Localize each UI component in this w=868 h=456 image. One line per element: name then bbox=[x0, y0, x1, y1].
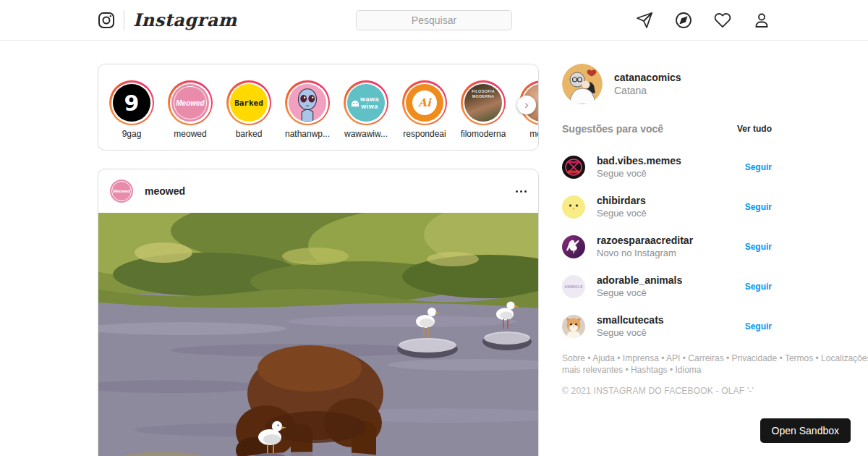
story-item-meme[interactable]: meme bbox=[516, 80, 539, 150]
story-avatar-wawawiwa: wawa wiwa bbox=[347, 84, 385, 122]
stories-next-button[interactable]: › bbox=[517, 96, 536, 114]
messages-paper-plane-icon[interactable] bbox=[636, 12, 653, 29]
profile-avatar-catanacomics[interactable] bbox=[562, 64, 603, 104]
follow-button[interactable]: Seguir bbox=[745, 162, 772, 172]
post-header: Meowed meowed bbox=[98, 169, 538, 213]
suggestion-row-razoes: razoesparaacreditar Novo no Instagram Se… bbox=[562, 227, 772, 266]
footer-link-localizacoes[interactable]: Localizações bbox=[821, 353, 868, 363]
suggestion-username[interactable]: razoesparaacreditar bbox=[597, 235, 693, 246]
post-more-options-icon[interactable] bbox=[510, 185, 527, 198]
stories-tray: 9 9gag Meowed meowed Barked barked bbox=[98, 64, 539, 151]
instagram-wordmark[interactable]: Instagram bbox=[133, 9, 237, 30]
story-ring: Ai bbox=[402, 80, 447, 125]
story-item-nathanwp[interactable]: nathanwp... bbox=[282, 80, 333, 150]
footer-link-ajuda[interactable]: Ajuda bbox=[592, 353, 623, 363]
story-item-meowed[interactable]: Meowed meowed bbox=[165, 80, 216, 150]
footer-link-carreiras[interactable]: Carreiras bbox=[688, 353, 731, 363]
footer-link-sobre[interactable]: Sobre bbox=[562, 353, 592, 363]
see-all-link[interactable]: Ver tudo bbox=[737, 124, 772, 134]
footer-links: SobreAjudaImprensaAPICarreirasPrivacidad… bbox=[562, 352, 772, 376]
footer-link-imprensa[interactable]: Imprensa bbox=[623, 353, 666, 363]
profile-user-icon[interactable] bbox=[753, 12, 770, 29]
suggestion-username[interactable]: adorable_animals bbox=[597, 274, 682, 286]
brand-divider bbox=[124, 10, 124, 30]
story-label: nathanwp... bbox=[285, 129, 330, 139]
story-avatar-barked: Barked bbox=[230, 84, 268, 122]
feed-column: 9 9gag Meowed meowed Barked barked bbox=[98, 64, 539, 456]
post-author-avatar[interactable]: Meowed bbox=[110, 180, 133, 203]
story-ring bbox=[285, 80, 330, 125]
avatar-text: Meowed bbox=[113, 189, 130, 193]
story-avatar-meowed: Meowed bbox=[171, 84, 209, 122]
story-ring: Meowed bbox=[168, 80, 213, 125]
follow-button[interactable]: Seguir bbox=[745, 321, 772, 332]
current-profile-row: catanacomics Catana bbox=[562, 64, 772, 104]
avatar-text: Barked bbox=[234, 98, 263, 108]
post-media-bear-river[interactable] bbox=[98, 213, 538, 456]
avatar-text: FILOSOFIA MODERNA bbox=[469, 89, 498, 99]
suggestion-text: razoesparaacreditar Novo no Instagram bbox=[597, 235, 693, 258]
speech-bubble: Ai bbox=[412, 90, 437, 115]
suggestion-subtitle: Segue você bbox=[597, 168, 681, 179]
avatar-text: ANIMALS bbox=[564, 284, 583, 289]
suggestion-subtitle: Segue você bbox=[597, 208, 647, 219]
avatar-text: Meowed bbox=[176, 99, 204, 107]
story-item-barked[interactable]: Barked barked bbox=[224, 80, 274, 150]
suggestion-avatar-hummingbird[interactable] bbox=[562, 235, 585, 258]
profile-username[interactable]: catanacomics bbox=[614, 72, 681, 83]
suggestion-avatar-kitten[interactable] bbox=[562, 315, 585, 338]
story-label: respondeai bbox=[403, 129, 446, 139]
footer-link-api[interactable]: API bbox=[666, 353, 688, 363]
explore-compass-icon[interactable] bbox=[675, 12, 692, 29]
story-ring: 9 bbox=[109, 80, 154, 125]
suggestion-row-adorable: ANIMALS adorable_animals Segue você Segu… bbox=[562, 266, 772, 306]
suggestion-subtitle: Novo no Instagram bbox=[597, 248, 693, 258]
follow-button[interactable]: Seguir bbox=[745, 202, 772, 212]
avatar-text: Ai bbox=[418, 96, 430, 109]
nav-icons bbox=[636, 0, 770, 40]
footer-link-hashtags[interactable]: Hashtags bbox=[631, 365, 676, 375]
story-label: meme bbox=[529, 129, 539, 139]
top-nav: Instagram bbox=[0, 0, 868, 41]
suggestion-avatar-adorable-animals[interactable]: ANIMALS bbox=[562, 275, 585, 298]
brand: Instagram bbox=[98, 0, 237, 40]
instagram-camera-icon[interactable] bbox=[98, 12, 115, 29]
suggestion-text: bad.vibes.memes Segue você bbox=[597, 155, 681, 179]
suggestion-row-chibirdars: chibirdars Segue você Seguir bbox=[562, 187, 772, 227]
story-ring: wawa wiwa bbox=[344, 80, 388, 125]
story-item-9gag[interactable]: 9 9gag bbox=[106, 80, 157, 150]
sidebar: catanacomics Catana Sugestões para você … bbox=[562, 64, 772, 396]
story-label: filomoderna bbox=[461, 129, 506, 139]
follow-button[interactable]: Seguir bbox=[745, 242, 772, 252]
suggestions-list: bad.vibes.memes Segue você Seguir chibir… bbox=[562, 147, 772, 346]
suggestion-avatar-chibird[interactable] bbox=[562, 195, 585, 219]
story-avatar-filomoderna: FILOSOFIA MODERNA bbox=[464, 84, 502, 122]
suggestion-username[interactable]: smallcutecats bbox=[597, 314, 664, 326]
profile-display-name: Catana bbox=[614, 85, 681, 96]
suggestion-username[interactable]: bad.vibes.memes bbox=[597, 155, 681, 166]
story-ring: Barked bbox=[226, 80, 271, 125]
story-item-wawawiwa[interactable]: wawa wiwa wawawiw... bbox=[341, 80, 391, 150]
footer-link-idioma[interactable]: Idioma bbox=[676, 365, 702, 375]
avatar-text: 9 bbox=[124, 90, 140, 116]
suggestion-text: smallcutecats Segue você bbox=[597, 314, 664, 338]
story-item-respondeai[interactable]: Ai respondeai bbox=[399, 80, 450, 150]
search-input[interactable] bbox=[356, 10, 512, 30]
avatar-text: wawa wiwa bbox=[358, 96, 381, 110]
story-label: wawawiw... bbox=[344, 129, 388, 139]
suggestion-username[interactable]: chibirdars bbox=[597, 195, 647, 206]
suggestion-text: adorable_animals Segue você bbox=[597, 274, 682, 298]
story-item-filomoderna[interactable]: FILOSOFIA MODERNA filomoderna bbox=[458, 80, 509, 150]
footer-link-privacidade[interactable]: Privacidade bbox=[732, 353, 785, 363]
activity-heart-icon[interactable] bbox=[714, 12, 731, 29]
post-author-username[interactable]: meowed bbox=[145, 185, 185, 197]
follow-button[interactable]: Seguir bbox=[745, 282, 772, 292]
open-sandbox-button[interactable]: Open Sandbox bbox=[760, 418, 851, 443]
story-label: 9gag bbox=[122, 129, 142, 139]
suggestion-avatar-badvibes[interactable] bbox=[562, 156, 585, 179]
suggestion-subtitle: Segue você bbox=[597, 327, 664, 338]
suggestions-header: Sugestões para você Ver tudo bbox=[562, 123, 772, 135]
story-avatar-9gag: 9 bbox=[113, 84, 150, 122]
suggestions-title: Sugestões para você bbox=[562, 123, 663, 135]
footer-link-termos[interactable]: Termos bbox=[785, 353, 821, 363]
